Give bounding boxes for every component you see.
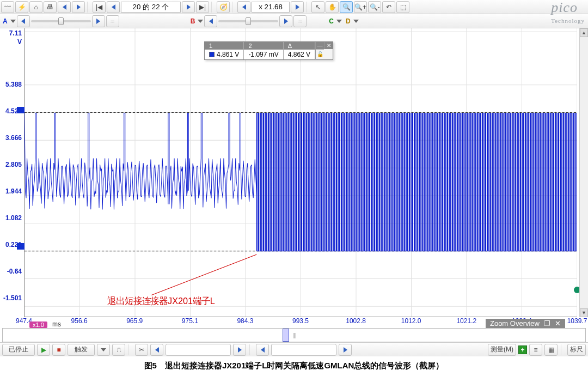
overview-scrollbar[interactable] <box>2 328 586 342</box>
channel-d-label: D <box>344 17 352 25</box>
channel-c[interactable]: C <box>327 17 342 25</box>
trigger-edge-icon[interactable]: ⎍ <box>112 344 125 356</box>
xtick-6: 1002.8 <box>346 317 366 325</box>
ytick-1: 5.388 <box>0 81 22 88</box>
channel-a-dropdown-icon[interactable] <box>10 20 16 23</box>
cursor-lock-icon[interactable]: 🔓 <box>315 49 324 59</box>
cursor-readout[interactable]: 1 4.861 V 2 -1.097 mV Δ 4.862 V — ✕ 🔓 <box>204 41 333 60</box>
zoom-out-icon[interactable]: 🔍- <box>368 1 381 13</box>
print-icon[interactable]: 🖶 <box>44 1 57 13</box>
xtick-8: 1021.2 <box>456 317 476 325</box>
ytick-0: 7.11 <box>0 29 22 37</box>
lightning-icon[interactable]: ⚡ <box>15 1 28 13</box>
zoom-value-input[interactable] <box>252 2 290 13</box>
stop-icon[interactable]: ■ <box>52 344 65 356</box>
overview-restore-icon[interactable]: ❐ <box>544 319 550 328</box>
cursor-minimize-icon[interactable]: — <box>315 42 324 49</box>
app-root: 〰 ⚡ ⌂ 🖶 |◀ ▶| 🧭 ↖ ✋ 🔍 🔍+ 🔍- ↶ ⬚ pico Tec… <box>0 0 588 376</box>
nav-prev-icon[interactable] <box>107 1 120 13</box>
cursor-col3-val: 4.862 V <box>284 50 315 59</box>
zoom-badge[interactable]: x1.0 <box>29 322 47 328</box>
plot-svg: 退出短接连接器JX201端子L <box>24 28 577 317</box>
cursor-col3-hdr: Δ <box>284 42 315 50</box>
pointer-icon[interactable]: ↖ <box>311 1 324 13</box>
scroll-up-icon[interactable]: ▲ <box>580 28 588 37</box>
prev-group-icon[interactable] <box>58 1 71 13</box>
overview-close-icon[interactable]: ✕ <box>555 319 561 328</box>
cursor-close-icon[interactable]: ✕ <box>324 42 333 49</box>
run-icon[interactable]: ▶ <box>37 344 50 356</box>
measure-list-icon[interactable]: ≡ <box>529 344 542 356</box>
ytick-4: 2.805 <box>0 161 22 168</box>
home-icon[interactable]: ⌂ <box>29 1 42 13</box>
measure-grid-icon[interactable]: ▦ <box>544 344 558 356</box>
xtick-4: 984.3 <box>237 317 253 325</box>
waveform-icon[interactable]: 〰 <box>1 1 14 13</box>
channel-b-slider[interactable] <box>218 20 278 22</box>
pos-prev-icon[interactable] <box>256 344 269 356</box>
cursor2-marker[interactable] <box>17 243 24 250</box>
zoom-out-step-icon[interactable] <box>237 1 250 13</box>
trigger-button[interactable]: 触发 <box>68 344 95 356</box>
channel-b-coupling-icon[interactable]: ⎓ <box>293 15 307 27</box>
channel-a-coupling-icon[interactable]: ⎓ <box>106 15 119 27</box>
x-axis: 947.4 956.6 965.9 975.1 984.3 993.5 1002… <box>24 317 577 327</box>
cursor-ch-indicator <box>209 52 215 57</box>
cursor-col2-val: -1.097 mV <box>244 50 283 59</box>
cursor1-marker[interactable] <box>17 107 24 113</box>
zoom-select-icon[interactable]: 🔍 <box>340 1 353 13</box>
scroll-down-icon[interactable]: ▼ <box>580 308 588 317</box>
xtick-10: 1039.7 <box>567 317 587 325</box>
status-stopped[interactable]: 已停止 <box>2 344 35 356</box>
channel-d[interactable]: D <box>344 17 359 25</box>
zoom-in-icon[interactable]: 🔍+ <box>354 1 367 13</box>
ruler-button[interactable]: 标尺 <box>567 344 586 356</box>
next-group-icon[interactable] <box>72 1 85 13</box>
add-measure-icon[interactable]: + <box>518 345 527 354</box>
undo-icon[interactable]: ↶ <box>382 1 395 13</box>
channel-b-prev-icon[interactable] <box>204 15 217 27</box>
channel-d-dropdown-icon[interactable] <box>353 20 359 23</box>
measure-button[interactable]: 测量(M) <box>488 344 516 356</box>
ytick-6: 1.082 <box>0 214 22 222</box>
channel-a-slider[interactable] <box>31 20 91 22</box>
pos-next-icon[interactable] <box>339 344 352 356</box>
channel-c-label: C <box>327 17 335 25</box>
range-prev-icon[interactable] <box>150 344 163 356</box>
ytick-8: -0.64 <box>0 268 22 275</box>
compass-icon[interactable]: 🧭 <box>217 1 230 13</box>
plot-area: 7.11 V 5.388 4.527 3.666 2.805 1.944 1.0… <box>0 28 588 317</box>
range-next-icon[interactable] <box>233 344 246 356</box>
nav-first-icon[interactable]: |◀ <box>93 1 106 13</box>
channel-a-prev-icon[interactable] <box>17 15 30 27</box>
step-left-icon[interactable]: ✂ <box>135 344 148 356</box>
xtick-3: 975.1 <box>182 317 198 325</box>
trigger-dropdown-icon[interactable] <box>97 344 110 356</box>
marquee-icon[interactable]: ⬚ <box>396 1 409 13</box>
xtick-2: 965.9 <box>126 317 143 325</box>
zoom-in-step-icon[interactable] <box>291 1 304 13</box>
annotation-text: 退出短接连接器JX201端子L <box>107 296 215 306</box>
vertical-scrollbar[interactable]: ▲ ▼ <box>579 28 588 317</box>
page-indicator-input[interactable] <box>121 2 181 13</box>
zoom-overview-label[interactable]: Zoom Overview ❐ ✕ <box>486 319 565 328</box>
cursor-col2-hdr: 2 <box>244 42 283 50</box>
logo: pico Technology <box>551 1 585 27</box>
channel-b-dropdown-icon[interactable] <box>198 20 203 23</box>
range-display[interactable] <box>166 344 231 356</box>
ytick-9: -1.501 <box>0 294 22 302</box>
overview-thumb[interactable] <box>283 329 289 342</box>
hand-icon[interactable]: ✋ <box>326 1 339 13</box>
svg-line-23 <box>151 254 256 295</box>
toolbar-main: 〰 ⚡ ⌂ 🖶 |◀ ▶| 🧭 ↖ ✋ 🔍 🔍+ 🔍- ↶ ⬚ pico Tec… <box>0 0 588 14</box>
pos-display[interactable] <box>271 344 336 356</box>
channel-b[interactable]: B ⎓ <box>189 15 307 27</box>
channel-a[interactable]: A ⎓ <box>1 15 119 27</box>
channel-b-next-icon[interactable] <box>279 15 292 27</box>
channel-c-dropdown-icon[interactable] <box>336 20 342 23</box>
channel-a-next-icon[interactable] <box>92 15 105 27</box>
nav-last-icon[interactable]: ▶| <box>196 1 209 13</box>
nav-next-icon[interactable] <box>182 1 195 13</box>
plot-canvas[interactable]: 退出短接连接器JX201端子L 1 4.861 V 2 -1.097 mV Δ … <box>24 28 577 317</box>
y-axis: 7.11 V 5.388 4.527 3.666 2.805 1.944 1.0… <box>0 28 24 317</box>
